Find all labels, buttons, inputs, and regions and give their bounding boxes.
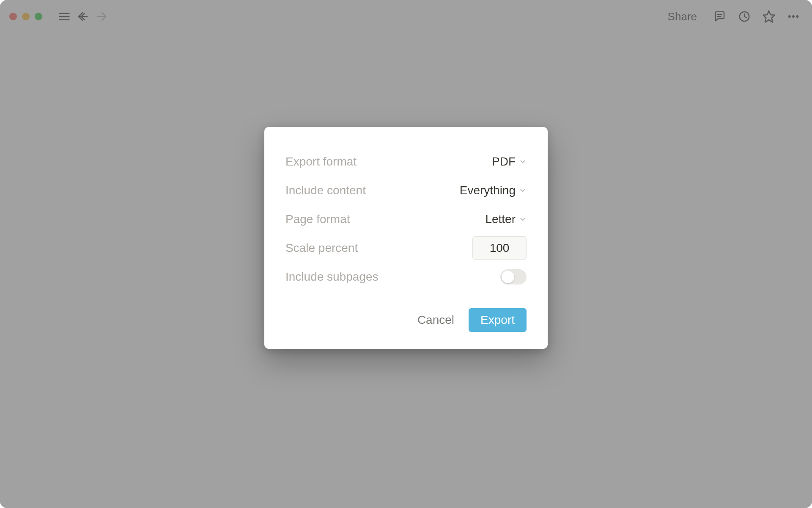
app-window: Share <box>0 0 812 508</box>
page-format-select[interactable]: Letter <box>485 213 527 226</box>
modal-actions: Cancel Export <box>285 308 527 332</box>
chevron-down-icon <box>519 215 527 223</box>
include-content-row: Include content Everything <box>285 176 527 205</box>
export-button[interactable]: Export <box>469 308 527 332</box>
include-content-select[interactable]: Everything <box>460 184 527 197</box>
include-content-label: Include content <box>285 184 366 197</box>
export-modal: Export format PDF Include content Everyt… <box>264 127 548 349</box>
scale-percent-label: Scale percent <box>285 241 358 255</box>
include-subpages-row: Include subpages <box>285 262 527 291</box>
export-format-value: PDF <box>492 155 516 168</box>
page-format-label: Page format <box>285 213 350 226</box>
include-subpages-label: Include subpages <box>285 270 379 284</box>
include-content-value: Everything <box>460 184 516 197</box>
page-format-row: Page format Letter <box>285 205 527 234</box>
chevron-down-icon <box>519 158 527 166</box>
export-format-label: Export format <box>285 155 357 168</box>
export-format-select[interactable]: PDF <box>492 155 527 168</box>
export-format-row: Export format PDF <box>285 147 527 176</box>
page-format-value: Letter <box>485 213 516 226</box>
scale-percent-row: Scale percent <box>285 234 527 262</box>
toggle-knob <box>502 271 514 283</box>
include-subpages-toggle[interactable] <box>500 269 527 284</box>
cancel-button[interactable]: Cancel <box>417 313 454 327</box>
chevron-down-icon <box>519 187 527 194</box>
scale-percent-input[interactable] <box>472 236 527 260</box>
